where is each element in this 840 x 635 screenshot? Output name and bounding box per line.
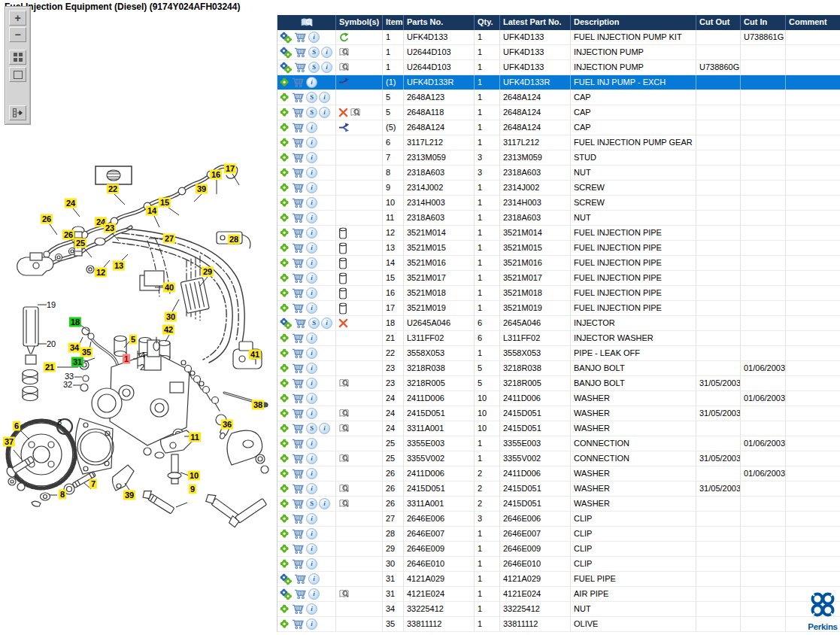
table-row[interactable]: i3433225412133225412NUT xyxy=(277,602,840,617)
zoom-out-button[interactable]: − xyxy=(9,27,26,42)
table-row[interactable]: i242415D051102415D051WASHER31/05/2003 xyxy=(277,406,840,421)
cart-icon[interactable] xyxy=(292,272,305,284)
table-row[interactable]: i1UFK4D1331UFK4D133FUEL INJECTION PUMP K… xyxy=(277,30,840,45)
gear-icon[interactable] xyxy=(280,258,290,269)
gear-icon[interactable] xyxy=(280,228,290,239)
info-icon[interactable]: i xyxy=(306,77,317,88)
gear-icon[interactable] xyxy=(280,409,290,419)
table-row[interactable]: i133521M01513521M015FUEL INJECTION PIPE xyxy=(277,241,840,256)
table-row[interactable]: i(1)UFK4D133R1UFK4D133RFUEL INJ PUMP - E… xyxy=(277,75,840,90)
info-icon[interactable]: i xyxy=(319,498,330,509)
table-row[interactable]: i233218R03853218R038BANJO BOLT01/06/2003 xyxy=(277,361,840,376)
info-icon[interactable]: i xyxy=(306,182,317,193)
cart-icon[interactable] xyxy=(294,32,307,43)
gear-icon[interactable] xyxy=(280,123,290,133)
info-icon[interactable]: i xyxy=(321,318,332,329)
table-row[interactable]: i223558X05313558X053PIPE - LEAK OFF xyxy=(277,346,840,361)
info-icon[interactable]: i xyxy=(306,333,317,344)
cart-icon[interactable] xyxy=(292,423,305,434)
stock-info-icon[interactable]: S xyxy=(308,318,320,329)
info-icon[interactable]: i xyxy=(319,423,330,434)
cart-icon[interactable] xyxy=(292,122,305,133)
diagram-label[interactable]: 7 xyxy=(89,479,97,489)
info-icon[interactable]: i xyxy=(306,242,317,254)
stock-info-icon[interactable]: S xyxy=(306,107,317,118)
table-row[interactable]: Si243311A001102415D051WASHER xyxy=(277,421,840,436)
cart-icon[interactable] xyxy=(292,302,305,314)
table-row[interactable]: Si52648A11812648A124CAP xyxy=(277,105,840,120)
table-row[interactable]: i272646E00632646E006CLIP xyxy=(277,512,840,527)
gear-icon[interactable] xyxy=(280,213,290,223)
diagram-label[interactable]: 26 xyxy=(62,230,74,240)
full-view-button[interactable] xyxy=(9,67,26,82)
info-icon[interactable]: i xyxy=(306,528,317,539)
cart-icon[interactable] xyxy=(292,257,305,269)
cart-icon[interactable] xyxy=(294,573,307,585)
gear-icon[interactable] xyxy=(280,424,290,434)
table-row[interactable]: i282646E00712646E007CLIP xyxy=(277,527,840,542)
cart-icon[interactable] xyxy=(292,453,305,464)
diagram-label[interactable]: 15 xyxy=(159,198,171,208)
gear-icon[interactable] xyxy=(280,108,290,118)
gear-icon[interactable] xyxy=(280,604,290,615)
settings-gears-icon[interactable] xyxy=(280,573,293,585)
info-icon[interactable]: i xyxy=(321,62,332,73)
gear-icon[interactable] xyxy=(280,469,290,479)
cart-icon[interactable] xyxy=(292,92,305,103)
tile-view-button[interactable] xyxy=(9,50,26,65)
cart-icon[interactable] xyxy=(292,483,305,494)
gear-icon[interactable] xyxy=(280,153,290,163)
stock-info-icon[interactable]: S xyxy=(308,62,320,73)
toggle-panel-button[interactable] xyxy=(9,105,26,120)
table-row[interactable]: Si52648A12312648A124CAP xyxy=(277,90,840,105)
diagram-label[interactable]: 28 xyxy=(228,235,240,245)
diagram-label[interactable]: 29 xyxy=(202,267,214,277)
info-icon[interactable]: i xyxy=(306,137,317,148)
cart-icon[interactable] xyxy=(292,197,305,208)
info-icon[interactable]: i xyxy=(306,393,317,404)
diagram-label[interactable]: 6 xyxy=(13,421,20,431)
diagram-label[interactable]: 34 xyxy=(68,343,80,353)
info-icon[interactable]: i xyxy=(306,167,317,178)
diagram-label[interactable]: 14 xyxy=(146,206,158,216)
cart-icon[interactable] xyxy=(292,182,305,193)
table-row[interactable]: i292646E00912646E009CLIP xyxy=(277,542,840,557)
diagram-label[interactable]: 13 xyxy=(113,261,125,271)
table-row[interactable]: i233218R00553218R005BANJO BOLT31/05/2003 xyxy=(277,376,840,391)
info-icon[interactable]: i xyxy=(306,302,317,314)
gear-icon[interactable] xyxy=(280,484,290,494)
diagram-label[interactable]: 37 xyxy=(3,437,15,447)
diagram-label[interactable]: 24 xyxy=(65,199,77,208)
diagram-label[interactable]: 23 xyxy=(104,223,116,233)
info-icon[interactable]: i xyxy=(306,378,317,389)
table-row[interactable]: Si1U2644D1031UFK4D133INJECTION PUMPU7388… xyxy=(277,60,840,75)
cart-icon[interactable] xyxy=(292,603,305,615)
table-row[interactable]: i314121E02414121E024AIR PIPE xyxy=(277,587,840,602)
cart-icon[interactable] xyxy=(292,558,305,570)
cart-icon[interactable] xyxy=(292,528,305,539)
settings-gears-icon[interactable] xyxy=(280,32,293,44)
diagram-label[interactable]: 31 xyxy=(71,357,83,367)
diagram-label[interactable]: 10 xyxy=(188,471,200,481)
info-icon[interactable]: i xyxy=(306,483,317,494)
gear-icon[interactable] xyxy=(280,288,290,299)
diagram-label[interactable]: 36 xyxy=(221,420,233,430)
gear-icon[interactable] xyxy=(280,273,290,284)
cart-icon[interactable] xyxy=(292,348,305,359)
gear-icon[interactable] xyxy=(280,439,290,449)
table-row[interactable]: i262411D00622411D006WASHER01/06/2003 xyxy=(277,466,840,482)
info-icon[interactable]: i xyxy=(306,257,317,269)
info-icon[interactable]: i xyxy=(306,438,317,449)
cart-icon[interactable] xyxy=(292,408,305,419)
table-row[interactable]: i63117L21213117L212FUEL INJECTION PUMP G… xyxy=(277,135,840,150)
gear-icon[interactable] xyxy=(280,333,290,344)
info-icon[interactable]: i xyxy=(306,558,317,570)
info-icon[interactable]: i xyxy=(306,468,317,479)
diagram-label[interactable]: 8 xyxy=(59,490,66,500)
table-row[interactable]: i3533811112133811112OLIVE xyxy=(277,617,840,632)
diagram-label[interactable]: 38 xyxy=(252,400,264,410)
table-row[interactable]: i143521M01613521M016FUEL INJECTION PIPE xyxy=(277,256,840,271)
cart-icon[interactable] xyxy=(292,543,305,554)
gear-icon[interactable] xyxy=(280,138,290,148)
info-icon[interactable]: i xyxy=(306,212,317,223)
